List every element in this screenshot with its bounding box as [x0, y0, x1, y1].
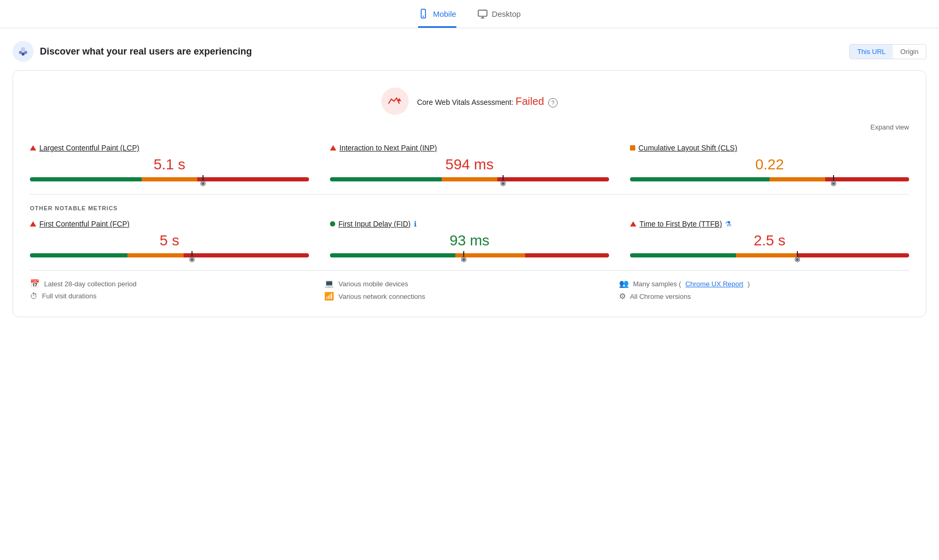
metric-lcp-label: Largest Contentful Paint (LCP)	[30, 144, 309, 152]
svg-point-6	[21, 47, 25, 51]
this-url-button[interactable]: This URL	[850, 45, 893, 59]
cls-bar	[630, 177, 909, 181]
ttfb-link[interactable]: Time to First Byte (TTFB)	[639, 220, 722, 228]
lcp-marker	[202, 175, 204, 184]
footer-col2: 💻 Various mobile devices 📶 Various netwo…	[324, 279, 614, 304]
main-card: Core Web Vitals Assessment: Failed ? Exp…	[13, 70, 926, 317]
metric-fid-label: First Input Delay (FID) ℹ	[330, 220, 609, 228]
other-metrics-grid: First Contentful Paint (FCP) 5 s First I…	[30, 220, 909, 257]
fid-marker	[463, 251, 464, 260]
cwv-assessment-text: Core Web Vitals Assessment: Failed ?	[417, 95, 558, 107]
fcp-bar-red	[184, 253, 309, 257]
metric-ttfb: Time to First Byte (TTFB) ⚗ 2.5 s	[630, 220, 909, 257]
footer-collection-period: 📅 Latest 28-day collection period	[30, 279, 320, 288]
svg-point-9	[22, 52, 25, 56]
ttfb-bar-red	[797, 253, 909, 257]
inp-value: 594 ms	[330, 156, 609, 173]
fcp-bar-orange	[127, 253, 183, 257]
url-toggle: This URL Origin	[849, 44, 926, 59]
expand-view[interactable]: Expand view	[30, 123, 909, 131]
footer-col3: 👥 Many samples (Chrome UX Report) ⚙ All …	[619, 279, 909, 304]
ttfb-marker	[797, 251, 798, 260]
header-avatar	[13, 41, 34, 62]
fid-bar-green	[330, 253, 455, 257]
fcp-bar	[30, 253, 309, 257]
metric-inp-label: Interaction to Next Paint (INP)	[330, 144, 609, 152]
header-left: Discover what your real users are experi…	[13, 41, 252, 62]
other-metrics-label: OTHER NOTABLE METRICS	[30, 205, 909, 211]
fcp-marker	[191, 251, 193, 260]
fid-status-icon	[330, 221, 335, 227]
tab-desktop[interactable]: Desktop	[477, 8, 521, 28]
metric-inp: Interaction to Next Paint (INP) 594 ms	[330, 144, 609, 181]
inp-bar-green	[330, 177, 442, 181]
inp-bar-red	[497, 177, 609, 181]
svg-point-7	[19, 51, 22, 54]
tab-mobile[interactable]: Mobile	[418, 8, 456, 28]
svg-rect-3	[478, 10, 487, 16]
fid-link[interactable]: First Input Delay (FID)	[338, 220, 411, 228]
footer-devices: 💻 Various mobile devices	[324, 279, 614, 288]
footer-collection-text: Latest 28-day collection period	[44, 280, 136, 288]
metric-cls-label: Cumulative Layout Shift (CLS)	[630, 144, 909, 152]
lcp-bar-orange	[142, 177, 197, 181]
lcp-status-icon	[30, 145, 36, 150]
metric-ttfb-label: Time to First Byte (TTFB) ⚗	[630, 220, 909, 228]
cls-bar-orange	[770, 177, 825, 181]
footer-devices-text: Various mobile devices	[338, 280, 408, 288]
header-row: Discover what your real users are experi…	[0, 41, 939, 70]
header-title: Discover what your real users are experi…	[40, 46, 252, 57]
ttfb-status-icon	[630, 221, 636, 227]
cwv-status: Failed	[516, 95, 544, 107]
lcp-value: 5.1 s	[30, 156, 309, 173]
cwv-icon	[381, 88, 409, 115]
footer-visit-durations: ⏱ Full visit durations	[30, 292, 320, 300]
fid-bar-orange	[455, 253, 525, 257]
cls-value: 0.22	[630, 156, 909, 173]
lcp-bar	[30, 177, 309, 181]
inp-bar-orange	[442, 177, 497, 181]
footer-chrome-text: All Chrome versions	[630, 293, 691, 300]
fcp-status-icon	[30, 221, 36, 227]
lcp-link[interactable]: Largest Contentful Paint (LCP)	[39, 144, 140, 152]
svg-point-8	[24, 51, 27, 54]
chrome-icon: ⚙	[619, 292, 626, 301]
cls-status-icon	[630, 145, 635, 150]
calendar-icon: 📅	[30, 279, 40, 288]
fid-info-icon[interactable]: ℹ	[414, 220, 417, 228]
fid-value: 93 ms	[330, 232, 609, 249]
cls-bar-red	[825, 177, 909, 181]
network-icon: 📶	[324, 292, 334, 301]
core-metrics-grid: Largest Contentful Paint (LCP) 5.1 s Int…	[30, 144, 909, 181]
metric-cls: Cumulative Layout Shift (CLS) 0.22	[630, 144, 909, 181]
ttfb-bar-green	[630, 253, 736, 257]
cwv-help-icon[interactable]: ?	[548, 98, 558, 107]
tab-bar: Mobile Desktop	[0, 0, 939, 28]
tab-desktop-label: Desktop	[492, 9, 521, 18]
inp-status-icon	[330, 145, 336, 150]
svg-point-2	[423, 16, 424, 17]
chrome-ux-report-link[interactable]: Chrome UX Report	[685, 280, 743, 288]
footer-visit-text: Full visit durations	[42, 292, 97, 300]
inp-marker	[503, 175, 504, 184]
origin-button[interactable]: Origin	[893, 45, 926, 59]
footer-samples-prefix: Many samples (	[633, 280, 681, 288]
section-divider	[30, 194, 909, 195]
ttfb-value: 2.5 s	[630, 232, 909, 249]
ttfb-bar-orange	[736, 253, 797, 257]
fid-bar	[330, 253, 609, 257]
inp-link[interactable]: Interaction to Next Paint (INP)	[339, 144, 437, 152]
fcp-bar-green	[30, 253, 127, 257]
fid-bar-red	[525, 253, 609, 257]
metric-fcp-label: First Contentful Paint (FCP)	[30, 220, 309, 228]
lcp-bar-red	[197, 177, 309, 181]
ttfb-beaker-icon: ⚗	[725, 220, 732, 228]
inp-bar	[330, 177, 609, 181]
samples-icon: 👥	[619, 279, 629, 288]
footer-network-text: Various network connections	[338, 293, 425, 300]
lcp-bar-green	[30, 177, 142, 181]
cwv-assessment-label: Core Web Vitals Assessment:	[417, 98, 514, 106]
fcp-link[interactable]: First Contentful Paint (FCP)	[39, 220, 130, 228]
tab-mobile-label: Mobile	[433, 9, 456, 18]
cls-link[interactable]: Cumulative Layout Shift (CLS)	[638, 144, 737, 152]
